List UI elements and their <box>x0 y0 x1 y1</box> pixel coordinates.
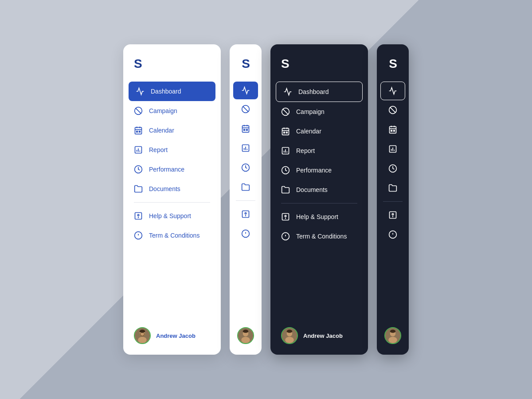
nav-item-documents-n[interactable] <box>230 177 262 197</box>
nav-label-dashboard: Dashboard <box>151 88 181 95</box>
calendar-icon <box>134 126 143 135</box>
nav-label-calendar-dw: Calendar <box>296 128 321 135</box>
documents-icon <box>134 184 143 193</box>
report-icon-n <box>241 144 250 153</box>
nav-section-dark: Dashboard Campaign Calendar Report <box>270 82 368 318</box>
svg-point-22 <box>140 330 145 333</box>
svg-point-21 <box>144 333 145 335</box>
svg-point-78 <box>392 214 393 215</box>
nav-item-campaign-dw[interactable]: Campaign <box>270 102 368 121</box>
nav-divider-dn <box>383 201 403 202</box>
nav-item-terms[interactable]: Term & Conditions <box>123 226 221 245</box>
nav-divider-dw <box>281 203 357 203</box>
nav-item-terms-n[interactable] <box>230 224 262 243</box>
nav-item-performance-dn[interactable] <box>377 159 409 178</box>
nav-item-calendar-n[interactable] <box>230 119 262 138</box>
svg-point-85 <box>390 330 396 333</box>
svg-point-42 <box>241 337 250 343</box>
user-profile-light-wide[interactable]: Andrew Jacob <box>123 318 221 355</box>
nav-label-calendar: Calendar <box>149 127 174 134</box>
dashboard-icon-dn <box>388 86 397 95</box>
nav-item-terms-dw[interactable]: Term & Conditions <box>270 227 368 246</box>
svg-line-24 <box>243 106 248 112</box>
dashboard-icon <box>136 87 145 96</box>
avatar-dark-wide <box>281 327 298 344</box>
nav-item-documents-dn[interactable] <box>377 178 409 198</box>
nav-item-help-dw[interactable]: Help & Support <box>270 207 368 227</box>
nav-label-documents-dw: Documents <box>296 186 328 193</box>
nav-item-documents-dw[interactable]: Documents <box>270 180 368 200</box>
svg-rect-46 <box>282 128 289 135</box>
avatar-dark-narrow <box>384 327 401 344</box>
svg-point-36 <box>245 213 246 214</box>
nav-label-performance: Performance <box>149 166 184 173</box>
nav-item-help[interactable]: Help & Support <box>123 206 221 226</box>
svg-rect-25 <box>243 125 249 132</box>
sidebar-dark-wide: S Dashboard Campaign Calendar <box>270 44 368 355</box>
nav-item-dashboard-dw[interactable]: Dashboard <box>276 82 363 102</box>
svg-line-1 <box>136 108 141 113</box>
help-icon-dn <box>388 211 397 219</box>
svg-line-45 <box>283 109 288 114</box>
user-profile-dark-narrow[interactable] <box>377 318 409 355</box>
nav-label-campaign: Campaign <box>149 107 177 114</box>
nav-item-dashboard-n[interactable] <box>233 82 258 99</box>
svg-rect-67 <box>390 126 396 133</box>
sidebar-light-wide: S Dashboard Campaign Cale <box>123 44 221 355</box>
nav-item-help-n[interactable] <box>230 204 262 224</box>
documents-icon-n <box>241 183 250 192</box>
nav-item-performance-dw[interactable]: Performance <box>270 160 368 180</box>
report-icon-dn <box>388 145 397 153</box>
terms-icon-n <box>241 229 250 238</box>
campaign-icon-dn <box>388 106 397 114</box>
nav-item-dashboard-dn[interactable] <box>380 82 405 100</box>
nav-section-dark-narrow <box>377 82 409 318</box>
nav-label-performance-dw: Performance <box>296 167 332 174</box>
dashboard-icon-dw <box>283 87 292 96</box>
nav-item-report-dw[interactable]: Report <box>270 141 368 160</box>
nav-item-help-dn[interactable] <box>377 205 409 225</box>
report-icon <box>134 145 143 154</box>
nav-item-performance-n[interactable] <box>230 158 262 177</box>
nav-item-campaign[interactable]: Campaign <box>123 101 221 121</box>
campaign-icon <box>134 106 143 115</box>
logo-light-narrow: S <box>230 57 262 82</box>
nav-label-report-dw: Report <box>296 147 315 154</box>
nav-label-campaign-dw: Campaign <box>296 108 325 115</box>
report-icon-dw <box>281 146 290 155</box>
avatar-light-wide <box>134 327 151 344</box>
performance-icon-dn <box>388 164 397 173</box>
logo-light-wide: S <box>123 57 221 82</box>
nav-item-report-n[interactable] <box>230 138 262 158</box>
nav-item-report-dn[interactable] <box>377 139 409 159</box>
nav-item-campaign-dn[interactable] <box>377 100 409 120</box>
nav-item-campaign-n[interactable] <box>230 99 262 119</box>
performance-icon <box>134 165 143 174</box>
nav-item-calendar-dw[interactable]: Calendar <box>270 121 368 141</box>
svg-rect-7 <box>139 131 141 133</box>
nav-label-documents: Documents <box>149 185 180 192</box>
svg-rect-51 <box>286 132 288 133</box>
terms-icon-dn <box>388 230 397 239</box>
svg-line-66 <box>390 107 395 113</box>
nav-divider-n <box>236 200 255 201</box>
nav-item-documents[interactable]: Documents <box>123 179 221 199</box>
logo-dark-narrow: S <box>377 57 409 82</box>
nav-item-calendar-dn[interactable] <box>377 120 409 139</box>
nav-item-report[interactable]: Report <box>123 140 221 160</box>
nav-item-terms-dn[interactable] <box>377 225 409 244</box>
calendar-icon-dw <box>281 127 290 136</box>
nav-item-performance[interactable]: Performance <box>123 160 221 179</box>
help-icon-dw <box>281 212 290 221</box>
nav-section-light-narrow <box>230 82 262 318</box>
nav-item-dashboard[interactable]: Dashboard <box>129 82 215 101</box>
user-profile-light-narrow[interactable] <box>230 318 262 355</box>
nav-label-dashboard-dw: Dashboard <box>298 88 329 95</box>
help-icon-n <box>241 210 250 219</box>
user-name-light-wide: Andrew Jacob <box>156 332 196 339</box>
svg-point-20 <box>140 333 141 335</box>
user-profile-dark-wide[interactable]: Andrew Jacob <box>270 318 368 355</box>
nav-item-calendar[interactable]: Calendar <box>123 121 221 140</box>
svg-rect-50 <box>284 132 285 133</box>
campaign-icon-dw <box>281 107 290 116</box>
